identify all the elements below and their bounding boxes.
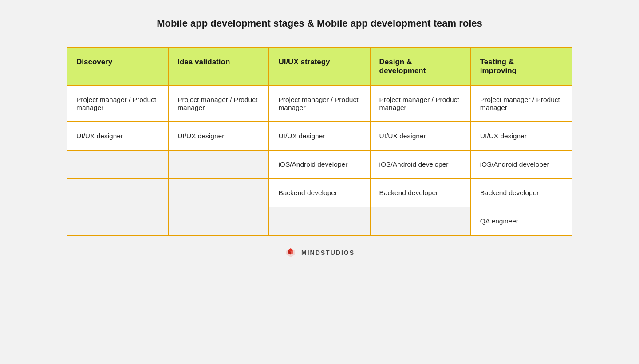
table-body: Project manager / Product managerProject… — [67, 86, 572, 235]
mindstudios-logo-icon — [284, 247, 297, 259]
cell-r0-c1: Project manager / Product manager — [168, 86, 269, 122]
cell-r2-c2: iOS/Android developer — [269, 150, 370, 179]
cell-r4-c2 — [269, 207, 370, 235]
cell-r4-c0 — [67, 207, 168, 235]
cell-r3-c3: Backend developer — [370, 179, 471, 207]
cell-r3-c4: Backend developer — [471, 179, 572, 207]
cell-r1-c1: UI/UX designer — [168, 122, 269, 150]
table-row: QA engineer — [67, 207, 572, 235]
cell-r1-c2: UI/UX designer — [269, 122, 370, 150]
cell-r4-c4: QA engineer — [471, 207, 572, 235]
main-table: DiscoveryIdea validationUI/UX strategyDe… — [67, 48, 572, 235]
logo-area: MINDSTUDIOS — [284, 247, 355, 259]
cell-r1-c4: UI/UX designer — [471, 122, 572, 150]
header-cell-0: Discovery — [67, 48, 168, 86]
page-wrapper: Mobile app development stages & Mobile a… — [0, 0, 639, 364]
table-row: UI/UX designerUI/UX designerUI/UX design… — [67, 122, 572, 150]
cell-r2-c1 — [168, 150, 269, 179]
cell-r4-c3 — [370, 207, 471, 235]
cell-r2-c3: iOS/Android developer — [370, 150, 471, 179]
table-container: DiscoveryIdea validationUI/UX strategyDe… — [67, 47, 572, 236]
header-cell-4: Testing &improving — [471, 48, 572, 86]
table-row: iOS/Android developeriOS/Android develop… — [67, 150, 572, 179]
table-header: DiscoveryIdea validationUI/UX strategyDe… — [67, 48, 572, 86]
header-cell-2: UI/UX strategy — [269, 48, 370, 86]
cell-r1-c3: UI/UX designer — [370, 122, 471, 150]
header-row: DiscoveryIdea validationUI/UX strategyDe… — [67, 48, 572, 86]
header-cell-1: Idea validation — [168, 48, 269, 86]
cell-r0-c3: Project manager / Product manager — [370, 86, 471, 122]
cell-r0-c0: Project manager / Product manager — [67, 86, 168, 122]
page-title: Mobile app development stages & Mobile a… — [157, 18, 482, 29]
header-cell-3: Design &development — [370, 48, 471, 86]
logo-text: MINDSTUDIOS — [301, 249, 355, 256]
table-row: Project manager / Product managerProject… — [67, 86, 572, 122]
cell-r0-c2: Project manager / Product manager — [269, 86, 370, 122]
cell-r2-c4: iOS/Android developer — [471, 150, 572, 179]
cell-r4-c1 — [168, 207, 269, 235]
cell-r1-c0: UI/UX designer — [67, 122, 168, 150]
cell-r3-c0 — [67, 179, 168, 207]
cell-r3-c2: Backend developer — [269, 179, 370, 207]
table-row: Backend developerBackend developerBacken… — [67, 179, 572, 207]
cell-r3-c1 — [168, 179, 269, 207]
cell-r0-c4: Project manager / Product manager — [471, 86, 572, 122]
cell-r2-c0 — [67, 150, 168, 179]
